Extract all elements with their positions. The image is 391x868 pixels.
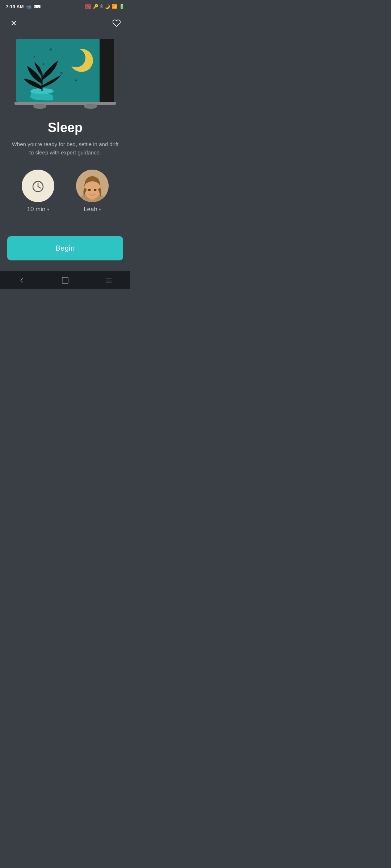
hero-tv: [14, 37, 116, 109]
moon-icon: 🌙: [105, 4, 110, 9]
wifi-icon: 📶: [112, 4, 117, 9]
svg-rect-17: [14, 102, 116, 105]
svg-point-19: [84, 104, 97, 109]
status-bar: 7:19 AM 📹 ⌨ 📹 🔑 ₿ 🌙 📶 🔋: [0, 0, 130, 13]
bottom-nav: [0, 271, 130, 289]
heart-icon: [112, 19, 121, 27]
begin-button-container: Begin: [0, 236, 130, 271]
back-icon: [18, 276, 26, 284]
duration-chevron: ▾: [47, 207, 49, 212]
duration-label[interactable]: 10 min ▾: [27, 206, 49, 213]
menu-button[interactable]: [101, 273, 116, 288]
guide-name: Leah: [84, 206, 97, 213]
back-button[interactable]: [14, 273, 29, 288]
svg-point-14: [67, 48, 85, 67]
svg-point-10: [75, 80, 77, 81]
top-nav: [0, 13, 130, 33]
status-icons: 📹 🔑 ₿ 🌙 📶 🔋: [85, 4, 125, 9]
bluetooth-icon: ₿: [100, 4, 103, 9]
guide-circle: [76, 170, 109, 202]
home-icon: [61, 276, 69, 284]
svg-point-28: [86, 192, 90, 194]
duration-option[interactable]: 10 min ▾: [22, 170, 54, 213]
svg-point-27: [94, 189, 97, 191]
status-time: 7:19 AM 📹 ⌨: [6, 4, 41, 9]
hero-image-container: [0, 33, 130, 116]
close-icon: [10, 19, 18, 27]
content-section: Sleep When you're ready for bed, settle …: [0, 116, 130, 236]
svg-point-29: [95, 192, 98, 194]
begin-button[interactable]: Begin: [7, 236, 123, 260]
options-row: 10 min ▾: [11, 170, 119, 213]
guide-chevron: ▾: [99, 207, 101, 212]
guide-label[interactable]: Leah ▾: [84, 206, 101, 213]
avatar-image: [76, 170, 109, 202]
close-button[interactable]: [7, 17, 20, 30]
page-description: When you're ready for bed, settle in and…: [11, 140, 119, 157]
svg-point-26: [88, 189, 91, 191]
record-icon: 📹: [85, 4, 91, 9]
svg-point-12: [34, 56, 35, 58]
duration-circle: [22, 170, 54, 202]
svg-point-5: [50, 48, 52, 51]
time-display: 7:19 AM: [6, 4, 24, 9]
svg-point-9: [60, 72, 63, 74]
cast-icon: ⌨: [34, 4, 41, 9]
svg-rect-30: [62, 277, 68, 284]
guide-option[interactable]: Leah ▾: [76, 170, 109, 213]
battery-icon: 🔋: [119, 4, 125, 9]
svg-point-7: [43, 63, 45, 65]
timer-icon: [31, 179, 45, 193]
svg-rect-4: [100, 39, 114, 102]
home-button[interactable]: [58, 273, 72, 288]
tv-illustration: [14, 37, 116, 109]
svg-rect-21: [37, 181, 39, 182]
favorite-button[interactable]: [110, 17, 123, 30]
key-icon: 🔑: [93, 4, 98, 9]
video-icon: 📹: [26, 4, 31, 9]
page-title: Sleep: [48, 120, 83, 135]
menu-icon: [105, 276, 113, 284]
svg-point-18: [33, 104, 46, 109]
duration-value: 10 min: [27, 206, 45, 213]
